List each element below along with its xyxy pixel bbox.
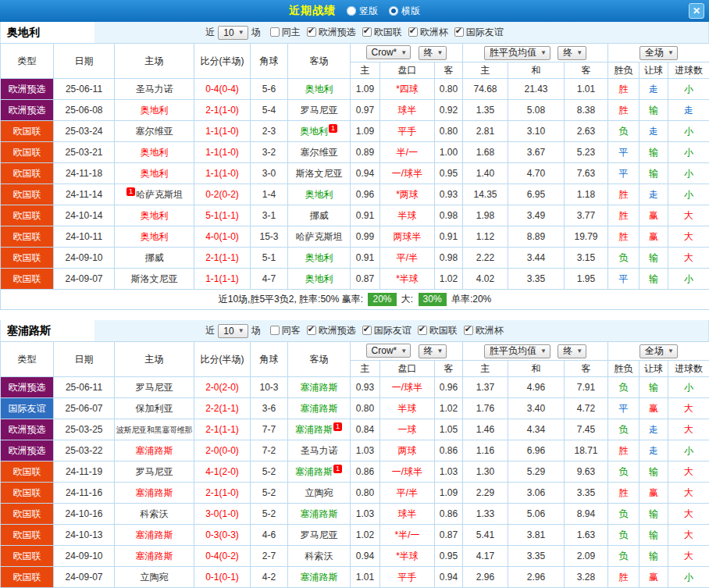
odds-time-select[interactable]: 终▼ (419, 344, 447, 358)
cell-odds-line: 两球半 (380, 226, 435, 248)
scope-value: 全场 (645, 344, 664, 358)
scope-select[interactable]: 全场▼ (640, 46, 678, 60)
cell-odds-home: 1.02 (351, 525, 380, 546)
match-count-select[interactable]: 10 ▼ (218, 324, 248, 338)
summary-big-badge: 30% (419, 293, 447, 306)
cell-handicap: 输 (640, 377, 668, 398)
match-row: 欧国联25-03-21奥地利1-1(1-0)3-2塞尔维亚0.89半/一1.00… (1, 142, 709, 163)
match-count-select[interactable]: 10 ▼ (218, 26, 248, 40)
cell-handicap: 赢 (640, 483, 668, 504)
avg-type-select[interactable]: 胜平负均值▼ (484, 46, 550, 60)
cell-date: 24-10-13 (54, 525, 115, 546)
scope-select[interactable]: 全场▼ (640, 344, 678, 358)
avg-type-select[interactable]: 胜平负均值▼ (484, 344, 550, 358)
away-team-name: 科索沃 (305, 551, 333, 561)
cell-type[interactable]: 欧洲预选 (1, 100, 54, 121)
cell-type[interactable]: 欧国联 (1, 184, 54, 205)
cell-type[interactable]: 欧洲预选 (1, 419, 54, 440)
filter-checkboxes: 同主欧洲预选欧国联欧洲杯国际友谊 (264, 26, 504, 40)
cell-handicap: 输 (640, 461, 668, 483)
cell-handicap: 输 (640, 546, 668, 567)
cell-type[interactable]: 欧洲预选 (1, 377, 54, 398)
odds-source-select[interactable]: Crow*▼ (366, 344, 412, 358)
away-team-name: 哈萨克斯坦 (296, 231, 343, 242)
cell-date: 24-09-07 (54, 567, 115, 588)
cell-date: 25-03-22 (54, 440, 115, 461)
odds-source-select[interactable]: Crow*▼ (366, 45, 412, 59)
cell-type[interactable]: 欧国联 (1, 226, 54, 248)
cell-result: 负 (608, 419, 640, 440)
cell-type[interactable]: 欧国联 (1, 546, 54, 567)
cell-avg-away: 1.18 (565, 184, 608, 205)
cell-avg-draw: 5.06 (508, 504, 565, 525)
cell-type[interactable]: 欧国联 (1, 121, 54, 142)
cell-handicap: 走 (640, 121, 668, 142)
avg-time-select[interactable]: 终▼ (558, 344, 586, 358)
match-count-value: 10 (223, 326, 233, 337)
cell-score: 2-0(0-0) (194, 440, 251, 461)
layout-radio-horizontal[interactable]: 横版 (389, 5, 420, 18)
odds-source-value: Crow* (372, 345, 397, 356)
cell-odds-line: 半球 (380, 205, 435, 226)
checkbox-icon (418, 326, 427, 335)
filter-checkbox[interactable]: 国际友谊 (362, 324, 412, 337)
checkbox-icon (362, 326, 372, 335)
filter-checkbox[interactable]: 国际友谊 (454, 26, 504, 39)
filter-suffix: 场 (251, 324, 261, 337)
cell-type[interactable]: 欧国联 (1, 142, 54, 163)
filter-checkbox[interactable]: 欧洲预选 (307, 324, 356, 337)
cell-home: 奥地利 (115, 226, 194, 248)
col-header-odds-home: 主 (351, 62, 380, 79)
away-team-name: 塞浦路斯 (301, 508, 338, 519)
cell-score: 0-4(0-2) (194, 546, 251, 567)
layout-radio-vertical[interactable]: 竖版 (347, 5, 378, 18)
col-header-odds-away: 客 (435, 361, 463, 377)
cell-goals: 大 (668, 205, 709, 226)
cell-type[interactable]: 欧国联 (1, 248, 54, 269)
cell-score: 5-1(1-1) (194, 205, 251, 226)
filter-checkbox[interactable]: 同主 (270, 26, 301, 39)
filter-checkbox[interactable]: 欧国联 (418, 324, 458, 337)
cell-odds-away: 0.95 (435, 163, 463, 184)
filter-bar: 塞浦路斯 近 10 ▼ 场 同客欧洲预选国际友谊欧国联欧洲杯 (0, 320, 709, 341)
titlebar: 近期战绩 竖版 横版 ✕ (0, 0, 709, 22)
cell-type[interactable]: 国际友谊 (1, 398, 54, 419)
cell-type[interactable]: 欧国联 (1, 567, 54, 588)
cell-type[interactable]: 欧国联 (1, 205, 54, 226)
cell-odds-line: 球半 (380, 504, 435, 525)
cell-home: 塞浦路斯 (115, 440, 194, 461)
col-header-date: 日期 (54, 342, 115, 377)
filter-checkbox[interactable]: 欧洲杯 (464, 324, 504, 337)
avg-type-value: 胜平负均值 (490, 46, 536, 59)
cell-result: 平 (608, 142, 640, 163)
cell-type[interactable]: 欧国联 (1, 269, 54, 290)
match-row: 欧国联24-11-16塞浦路斯2-1(1-0)5-2立陶宛0.80平/半1.09… (1, 483, 709, 504)
cell-away: 奥地利 (288, 79, 351, 100)
avg-time-select[interactable]: 终▼ (558, 46, 586, 60)
cell-type[interactable]: 欧国联 (1, 163, 54, 184)
cell-avg-away: 7.63 (565, 163, 608, 184)
cell-handicap: 输 (640, 269, 668, 290)
cell-type[interactable]: 欧国联 (1, 504, 54, 525)
cell-away: 塞浦路斯1 (288, 419, 351, 440)
cell-away: 塞浦路斯 (288, 504, 351, 525)
cell-type[interactable]: 欧国联 (1, 461, 54, 483)
avg-header-cell: 胜平负均值▼ 终▼ (463, 44, 608, 62)
cell-avg-home: 1.46 (463, 419, 508, 440)
cell-type[interactable]: 欧洲预选 (1, 440, 54, 461)
match-count-value: 10 (223, 27, 233, 38)
filter-checkbox[interactable]: 同客 (270, 324, 301, 337)
cell-type[interactable]: 欧洲预选 (1, 79, 54, 100)
cell-type[interactable]: 欧国联 (1, 525, 54, 546)
odds-time-select[interactable]: 终▼ (419, 46, 447, 60)
cell-goals: 小 (668, 567, 709, 588)
filter-checkbox[interactable]: 欧国联 (362, 26, 402, 39)
close-icon[interactable]: ✕ (689, 3, 704, 19)
cell-avg-draw: 3.67 (508, 142, 565, 163)
filter-checkbox[interactable]: 欧洲预选 (307, 26, 356, 39)
checkbox-label: 同客 (282, 324, 301, 337)
cell-odds-away: 0.98 (435, 248, 463, 269)
cell-type[interactable]: 欧国联 (1, 483, 54, 504)
filter-checkbox[interactable]: 欧洲杯 (408, 26, 448, 39)
col-header-away: 客场 (288, 342, 351, 377)
